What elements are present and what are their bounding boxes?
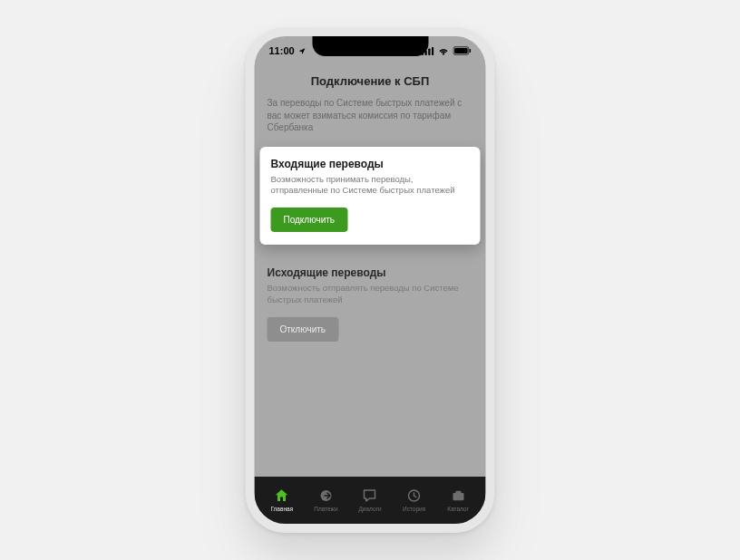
incoming-card-desc: Возможность принимать переводы, отправле… — [271, 174, 470, 198]
history-icon — [406, 488, 423, 504]
svg-rect-5 — [454, 48, 468, 53]
incoming-card-title: Входящие переводы — [271, 158, 470, 170]
outgoing-transfers-card: Исходящие переводы Возможность отправлят… — [260, 256, 481, 354]
wifi-icon — [438, 47, 450, 55]
tab-home-label: Главная — [270, 506, 293, 512]
tab-catalog-label: Каталог — [447, 506, 469, 512]
payments-icon — [317, 488, 334, 504]
connect-button[interactable]: Подключить — [271, 208, 348, 232]
status-time: 11:00 — [269, 45, 295, 56]
page-content: Подключение к СБП За переводы по Системе… — [255, 63, 486, 477]
tab-catalog[interactable]: Каталог — [436, 488, 481, 512]
svg-rect-2 — [428, 48, 430, 55]
battery-icon — [453, 46, 472, 55]
outgoing-card-title: Исходящие переводы — [268, 266, 473, 279]
tab-history-label: История — [403, 506, 425, 512]
status-right — [422, 46, 472, 55]
phone-screen: 11:00 — [255, 36, 486, 524]
page-intro: За переводы по Системе быстрых платежей … — [255, 97, 486, 147]
tab-payments-label: Платежи — [314, 506, 337, 512]
tab-dialogs-label: Диалоги — [358, 506, 381, 512]
tab-payments[interactable]: Платежи — [304, 488, 348, 512]
chat-icon — [362, 488, 378, 504]
phone-notch — [312, 36, 428, 56]
phone-frame: 11:00 — [246, 27, 495, 533]
disconnect-button[interactable]: Отключить — [268, 317, 339, 342]
tab-bar: Главная Платежи Диалоги И — [255, 477, 486, 524]
tab-dialogs[interactable]: Диалоги — [348, 488, 393, 512]
svg-rect-10 — [455, 490, 461, 493]
home-icon — [274, 488, 290, 504]
tab-history[interactable]: История — [392, 488, 436, 512]
svg-rect-3 — [432, 47, 433, 55]
status-left: 11:00 — [269, 45, 307, 56]
incoming-transfers-card: Входящие переводы Возможность принимать … — [260, 147, 481, 246]
outgoing-card-desc: Возможность отправлять переводы по Систе… — [268, 283, 473, 306]
svg-rect-9 — [453, 493, 463, 500]
location-arrow-icon — [298, 47, 307, 55]
svg-rect-6 — [470, 49, 472, 53]
page-title: Подключение к СБП — [255, 63, 486, 97]
catalog-icon — [450, 488, 466, 504]
tab-home[interactable]: Главная — [260, 488, 305, 512]
